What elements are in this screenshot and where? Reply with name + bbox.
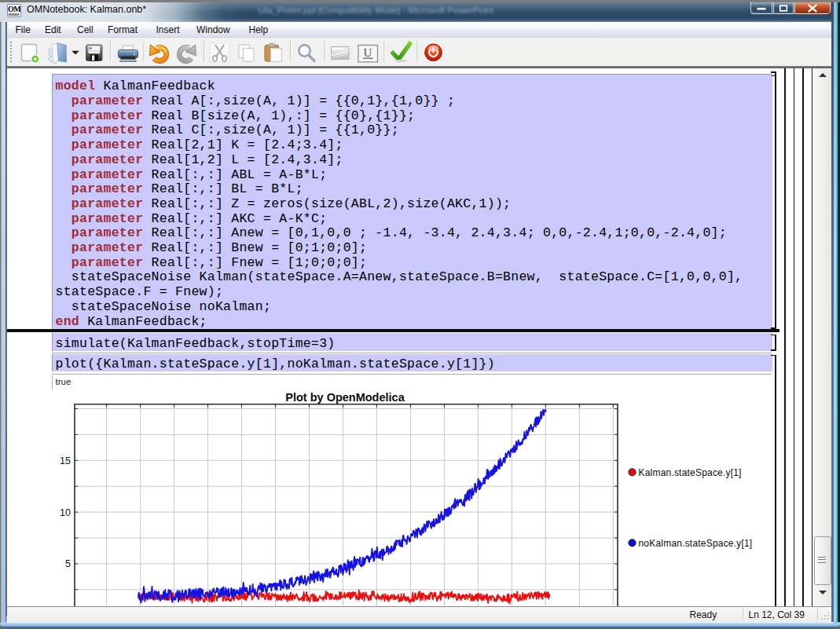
svg-text:noKalman.stateSpace.y[1]: noKalman.stateSpace.y[1] [639, 538, 753, 549]
svg-text:U: U [364, 46, 372, 59]
svg-text:10: 10 [60, 507, 71, 518]
svg-text:Plot by OpenModelica: Plot by OpenModelica [285, 391, 405, 404]
svg-text:15: 15 [60, 455, 71, 466]
svg-text:5: 5 [65, 558, 71, 569]
svg-text:Kalman.stateSpace.y[1]: Kalman.stateSpace.y[1] [639, 467, 742, 478]
